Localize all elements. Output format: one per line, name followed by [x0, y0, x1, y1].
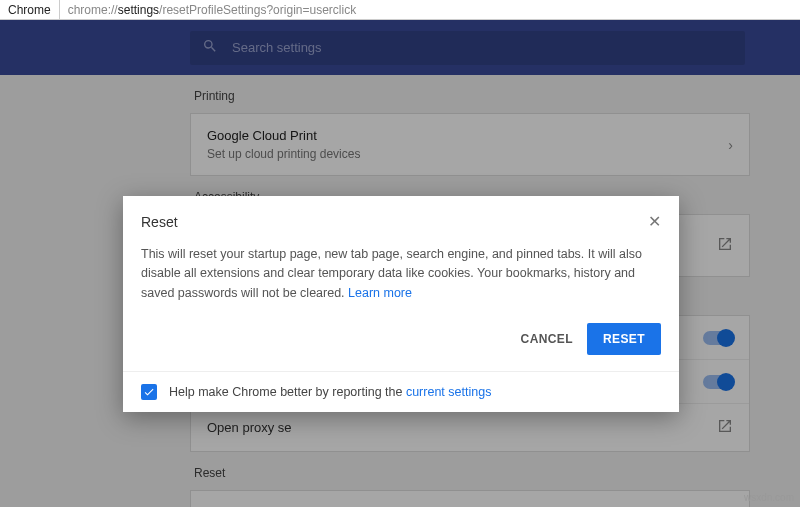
external-link-icon — [717, 418, 733, 437]
toggle-on-icon[interactable] — [703, 331, 733, 345]
cancel-button[interactable]: CANCEL — [521, 332, 573, 346]
row-subtitle: Set up cloud printing devices — [207, 147, 360, 161]
report-label: Help make Chrome better by reporting the… — [169, 385, 491, 399]
report-checkbox[interactable] — [141, 384, 157, 400]
url-prefix: chrome:// — [68, 3, 118, 17]
search-icon — [202, 38, 218, 58]
url-host: settings — [118, 3, 159, 17]
dialog-body: This will reset your startup page, new t… — [123, 239, 679, 317]
search-settings-input[interactable]: Search settings — [190, 31, 745, 65]
omnibox: Chrome chrome://settings/resetProfileSet… — [0, 0, 800, 20]
reset-button[interactable]: RESET — [587, 323, 661, 355]
reset-dialog: Reset ✕ This will reset your startup pag… — [123, 196, 679, 412]
dialog-title: Reset — [141, 214, 178, 230]
external-link-icon — [717, 236, 733, 255]
app-label: Chrome — [0, 0, 60, 19]
row-title: Google Cloud Print — [207, 128, 360, 143]
check-icon — [143, 386, 155, 398]
section-reset-label: Reset — [194, 466, 750, 480]
toggle-on-icon[interactable] — [703, 375, 733, 389]
learn-more-link[interactable]: Learn more — [348, 286, 412, 300]
reset-card: Reset Restore settings to their original… — [190, 490, 750, 507]
google-cloud-print-row[interactable]: Google Cloud Print Set up cloud printing… — [191, 114, 749, 175]
search-placeholder: Search settings — [232, 40, 322, 55]
settings-header: Search settings — [0, 20, 800, 75]
watermark: wsxdn.com — [744, 492, 794, 503]
url-path: /resetProfileSettings?origin=userclick — [159, 3, 356, 17]
row-title: Open proxy se — [207, 420, 292, 435]
reset-row[interactable]: Reset Restore settings to their original… — [191, 491, 749, 507]
url-bar[interactable]: chrome://settings/resetProfileSettings?o… — [60, 3, 364, 17]
close-icon[interactable]: ✕ — [648, 212, 661, 231]
current-settings-link[interactable]: current settings — [406, 385, 491, 399]
section-printing-label: Printing — [194, 89, 750, 103]
chevron-right-icon: › — [728, 137, 733, 153]
printing-card: Google Cloud Print Set up cloud printing… — [190, 113, 750, 176]
